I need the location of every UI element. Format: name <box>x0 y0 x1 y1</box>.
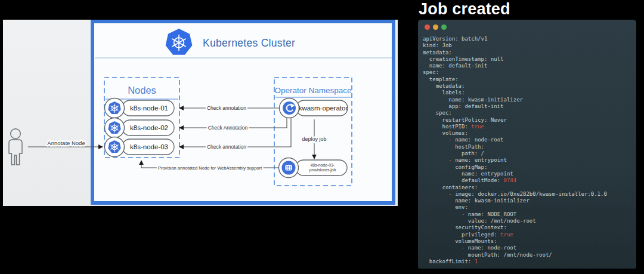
provisioner-label-line1: k8s-node-03- <box>311 163 335 167</box>
maximize-button[interactable] <box>441 24 447 30</box>
node-label: k8s-node-02 <box>130 124 168 131</box>
yaml-line: volumeMounts: <box>423 238 635 245</box>
yaml-line: - name: entrypoint <box>423 157 635 164</box>
yaml-line: name: entrypoint <box>423 171 635 177</box>
yaml-line: - name: node-root <box>423 137 635 143</box>
provision-label: Provision annotated Node for WebAssembly… <box>158 165 262 171</box>
yaml-line: restartPolicy: Never <box>423 117 635 124</box>
check-annotation-label-1: Check annotation <box>207 105 246 111</box>
node-row-1: k8s-node-01 <box>105 98 175 118</box>
screenshot-stage: Kubernetes Cluster Nodes k8s-node-01 k8s… <box>0 0 644 274</box>
yaml-line: - name: node-root <box>423 245 635 251</box>
yaml-line: value: /mnt/node-root <box>423 218 635 224</box>
operator-icon <box>283 101 296 115</box>
yaml-line: creationTimestamp: null <box>423 56 635 63</box>
terminal-window: apiVersion: batch/v1kind: Jobmetadata: c… <box>418 20 636 269</box>
yaml-line: name: kwasm-initializer <box>423 198 635 204</box>
check-annotation-label-3: Check annotation <box>207 144 246 150</box>
cluster-title: Kubernetes Cluster <box>203 37 295 49</box>
node-row-3: k8s-node-03 <box>105 137 175 157</box>
node-row-2: k8s-node-02 <box>105 118 175 138</box>
nodes-group-title: Nodes <box>128 85 156 96</box>
yaml-line: app: default-init <box>423 103 635 110</box>
yaml-line: spec: <box>423 69 635 76</box>
close-button[interactable] <box>425 24 430 30</box>
deploy-job-label: deploy job <box>302 136 326 142</box>
yaml-line: mountPath: /mnt/node-root/ <box>423 252 635 258</box>
user-person-icon <box>9 129 22 165</box>
provisioner-label-line2: provisioner-job <box>309 168 336 173</box>
operator-group-title: Operator Namespace <box>274 86 351 95</box>
yaml-line: template: <box>423 76 635 83</box>
node-label: k8s-node-01 <box>130 104 168 112</box>
node-label: k8s-node-03 <box>130 143 168 150</box>
yaml-line: configMap: <box>423 164 635 171</box>
yaml-code: apiVersion: batch/v1kind: Jobmetadata: c… <box>423 36 635 266</box>
yaml-line: hostPath: <box>423 144 635 150</box>
yaml-line: path: / <box>423 150 635 157</box>
diagram-panel: Kubernetes Cluster Nodes k8s-node-01 k8s… <box>3 20 398 206</box>
yaml-line: defaultMode: 0744 <box>423 177 635 184</box>
yaml-line: metadata: <box>423 50 635 56</box>
check-annotation-label-2: Check Annotation <box>208 125 248 131</box>
minimize-button[interactable] <box>433 24 438 30</box>
architecture-diagram: Kubernetes Cluster Nodes k8s-node-01 k8s… <box>3 20 398 206</box>
yaml-line: name: kwasm-initializer <box>423 97 635 103</box>
yaml-line: spec: <box>423 110 635 116</box>
yaml-line: backoffLimit: 1 <box>423 258 635 265</box>
yaml-line: apiVersion: batch/v1 <box>423 36 635 42</box>
yaml-line: hostPID: true <box>423 124 635 130</box>
provisioner-job-node: k8s-node-03- provisioner-job <box>279 158 348 178</box>
yaml-line: name: default-init <box>423 63 635 69</box>
yaml-line: containers: <box>423 184 635 191</box>
yaml-line: privileged: true <box>423 232 635 238</box>
yaml-line: - name: NODE_ROOT <box>423 211 635 218</box>
annotate-node-label: Annotate Node <box>47 140 85 146</box>
yaml-line: securityContext: <box>423 224 635 231</box>
yaml-line: volumes: <box>423 130 635 137</box>
yaml-line: metadata: <box>423 83 635 90</box>
yaml-line: labels: <box>423 90 635 96</box>
operator-label: kwasm-operator <box>299 104 348 112</box>
page-title: Job created <box>419 0 639 19</box>
yaml-line: - image: docker.io/0xe282b0/kwasm-instal… <box>423 191 635 198</box>
yaml-line: kind: Job <box>423 42 635 49</box>
yaml-line: env: <box>423 204 635 211</box>
window-controls <box>425 24 447 30</box>
kwasm-operator-node: kwasm-operator <box>280 98 348 118</box>
